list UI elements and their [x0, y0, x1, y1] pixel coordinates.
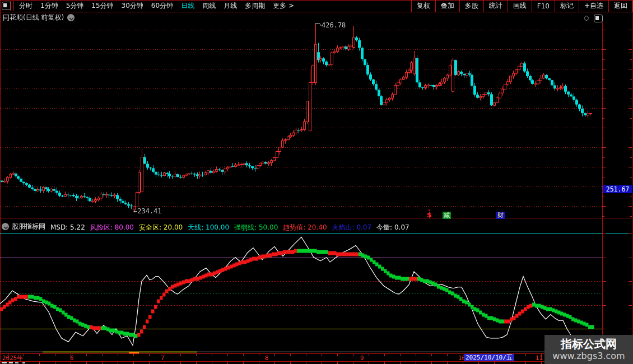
- menu-item-60分钟[interactable]: 60分钟: [151, 1, 173, 11]
- indicator-param: 趋势值: 20.40: [283, 223, 327, 231]
- indicator-header: 股朋指标网 MSD: 5.22风险区: 80.00安全区: 20.00天线: 1…: [0, 222, 602, 231]
- menu-item-15分钟[interactable]: 15分钟: [91, 1, 113, 11]
- menu-item-月线[interactable]: 月线: [224, 1, 237, 11]
- high-annotation: 426.78: [322, 21, 346, 29]
- toolbar-button-多股[interactable]: 多股: [459, 0, 483, 12]
- indicator-param: 今量: 0.07: [376, 223, 409, 231]
- indicator-param: 强弱线: 50.00: [234, 223, 278, 231]
- date-label: 6: [70, 354, 74, 362]
- indicator-param: 安全区: 20.00: [139, 223, 183, 231]
- last-price-badge: 251.67: [603, 185, 632, 193]
- toolbar-button-画线[interactable]: 画线: [508, 0, 532, 12]
- title-row: 同花顺(日线 前复权): [0, 12, 633, 22]
- menu-item-30分钟[interactable]: 30分钟: [122, 1, 143, 11]
- chart-canvas[interactable]: [0, 0, 633, 364]
- date-label: 11: [536, 354, 543, 362]
- signal-marker-wealth: 财: [496, 212, 505, 219]
- date-label: 7: [161, 354, 165, 362]
- menu-item-1分钟[interactable]: 1分钟: [40, 1, 58, 11]
- indicator-param: 天线: 100.00: [188, 223, 229, 231]
- app-window: 分时1分钟5分钟15分钟30分钟60分钟日线周线月线多周期更多 > 复权叠加多股…: [0, 0, 633, 364]
- signal-marker-reduce: 减: [443, 212, 451, 219]
- watermark-url: www.zbgs3.com: [552, 351, 625, 362]
- indicator-param: 火焰山: 0.07: [332, 223, 372, 231]
- window-icon[interactable]: [2, 2, 11, 10]
- signal-marker-dollar: $: [427, 211, 432, 219]
- toolbar-divider: [13, 1, 14, 11]
- period-menu: 分时1分钟5分钟15分钟30分钟60分钟日线周线月线多周期更多 >: [15, 1, 298, 11]
- date-highlight: 2025/10/10/五: [464, 354, 514, 361]
- menu-item-周线[interactable]: 周线: [202, 1, 216, 11]
- toolbar-button-复权[interactable]: 复权: [411, 0, 435, 12]
- watermark-title: 指标公式网: [561, 337, 617, 351]
- toolbar-button-+自选[interactable]: +自选: [579, 0, 608, 12]
- panel-layout-icon[interactable]: [594, 15, 603, 22]
- toolbar-button-F10[interactable]: F10: [532, 0, 555, 12]
- menu-item-5分钟[interactable]: 5分钟: [66, 1, 84, 11]
- diamond-icon[interactable]: ◇: [584, 14, 589, 21]
- page-title: 同花顺(日线 前复权): [3, 13, 64, 22]
- chevron-down-icon[interactable]: [67, 14, 75, 21]
- menu-item-多周期[interactable]: 多周期: [245, 1, 265, 11]
- indicator-param: MSD: 5.22: [50, 223, 85, 231]
- date-label: 2025年: [2, 354, 24, 362]
- watermark: 指标公式网 www.zbgs3.com: [544, 335, 633, 364]
- toolbar-button-统计[interactable]: 统计: [483, 0, 508, 12]
- indicator-param: 风险区: 80.00: [90, 223, 134, 231]
- toolbar-button-标记[interactable]: 标记: [555, 0, 579, 12]
- menu-item-分时[interactable]: 分时: [19, 1, 32, 11]
- date-label: 8: [265, 354, 269, 362]
- toolbar-buttons: 复权叠加多股统计画线F10标记+自选返回: [411, 0, 633, 12]
- top-toolbar: 分时1分钟5分钟15分钟30分钟60分钟日线周线月线多周期更多 > 复权叠加多股…: [0, 0, 633, 12]
- chevron-down-icon[interactable]: [2, 223, 9, 230]
- indicator-name[interactable]: 股朋指标网: [12, 222, 45, 231]
- toolbar-button-返回[interactable]: 返回: [608, 0, 633, 12]
- toolbar-button-叠加[interactable]: 叠加: [435, 0, 459, 12]
- menu-item-日线[interactable]: 日线: [181, 1, 194, 11]
- menu-item-更多 >[interactable]: 更多 >: [273, 1, 294, 11]
- indicator-params: MSD: 5.22风险区: 80.00安全区: 20.00天线: 100.00强…: [45, 222, 409, 231]
- date-label: 9: [360, 354, 364, 362]
- low-annotation: ←234.41: [133, 207, 162, 215]
